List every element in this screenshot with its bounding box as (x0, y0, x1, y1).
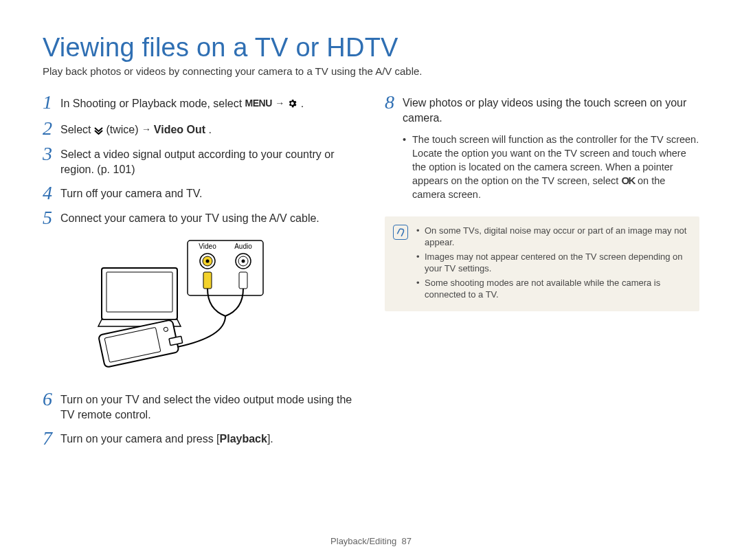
gear-icon (287, 98, 297, 113)
svg-rect-7 (203, 272, 212, 289)
step-7-label-bold: Playback (220, 433, 267, 445)
note-2-text: Images may not appear centered on the TV… (425, 251, 688, 274)
footer-section: Playback/Editing (330, 536, 396, 546)
step-1-text-post: . (301, 98, 304, 109)
footer-page-number: 87 (401, 536, 411, 546)
page-footer: Playback/Editing 87 (43, 529, 699, 546)
step-5: 5 Connect your camera to your TV using t… (43, 209, 357, 227)
step-8-bullet: • The touch screen will function as the … (403, 133, 699, 201)
ok-icon: OK (621, 175, 635, 186)
note-3-text: Some shooting modes are not available wh… (425, 277, 688, 300)
step-number: 6 (43, 390, 60, 408)
note-item: • On some TVs, digital noise may occur o… (416, 225, 688, 248)
note-box: • On some TVs, digital noise may occur o… (385, 216, 699, 311)
step-5-text: Connect your camera to your TV using the… (60, 209, 319, 226)
svg-point-3 (206, 260, 210, 263)
connection-diagram: Video Audio (60, 234, 357, 381)
video-label: Video (199, 243, 216, 250)
step-4-text: Turn off your camera and TV. (60, 184, 202, 201)
svg-rect-8 (239, 272, 247, 289)
step-1-text-pre: In Shooting or Playback mode, select (60, 98, 245, 109)
chevron-down-icon (94, 124, 103, 136)
menu-icon: MENU (245, 98, 272, 109)
step-7-text-post: ]. (267, 433, 273, 445)
step-7-text-pre: Turn on your camera and press [ (60, 433, 220, 445)
right-column: 8 View photos or play videos using the t… (385, 93, 699, 529)
step-7: 7 Turn on your camera and press [Playbac… (43, 429, 357, 447)
note-item: • Images may not appear centered on the … (416, 251, 688, 274)
step-1: 1 In Shooting or Playback mode, select M… (43, 93, 357, 113)
note-icon (393, 225, 408, 240)
step-2-text-post: . (209, 124, 212, 135)
step-number: 1 (43, 93, 60, 111)
arrow-icon: → (275, 98, 287, 109)
note-1-text: On some TVs, digital noise may occur or … (425, 225, 688, 248)
step-8: 8 View photos or play videos using the t… (385, 93, 699, 126)
step-4: 4 Turn off your camera and TV. (43, 184, 357, 202)
svg-rect-10 (106, 272, 172, 312)
step-3: 3 Select a video signal output according… (43, 145, 357, 177)
step-2-label-bold: Video Out (154, 124, 205, 135)
left-column: 1 In Shooting or Playback mode, select M… (43, 93, 357, 529)
step-number: 3 (43, 145, 60, 163)
step-3-text: Select a video signal output according t… (60, 145, 357, 177)
step-number: 7 (43, 429, 60, 447)
page-title: Viewing files on a TV or HDTV (43, 33, 699, 63)
step-number: 5 (43, 209, 60, 227)
step-6-text: Turn on your TV and select the video out… (60, 390, 357, 423)
arrow-icon: → (142, 124, 154, 135)
note-item: • Some shooting modes are not available … (416, 277, 688, 300)
step-2: 2 Select (twice) → Video Out . (43, 120, 357, 138)
intro-text: Play back photos or videos by connecting… (43, 65, 699, 77)
step-2-text-mid: (twice) (106, 124, 142, 135)
step-number: 4 (43, 184, 60, 202)
audio-label: Audio (234, 243, 252, 250)
svg-point-6 (242, 260, 245, 263)
step-number: 8 (385, 93, 403, 111)
step-8-text: View photos or play videos using the tou… (403, 93, 699, 126)
step-2-text-pre: Select (60, 124, 94, 135)
step-number: 2 (43, 120, 60, 137)
step-6: 6 Turn on your TV and select the video o… (43, 390, 357, 423)
